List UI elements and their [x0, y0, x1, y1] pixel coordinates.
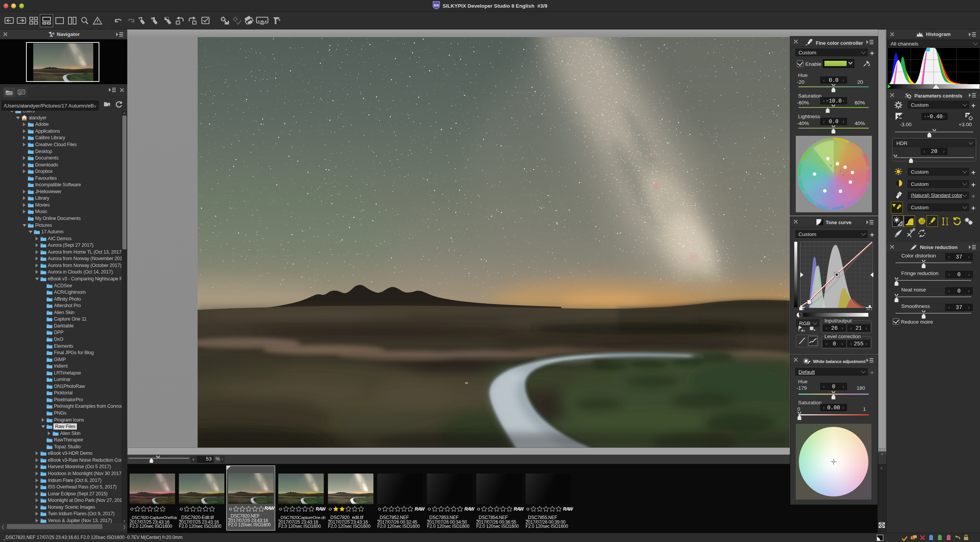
svg-text:DS: DS	[434, 3, 439, 7]
svg-text:255: 255	[866, 308, 871, 311]
svg-text:0: 0	[803, 308, 805, 311]
